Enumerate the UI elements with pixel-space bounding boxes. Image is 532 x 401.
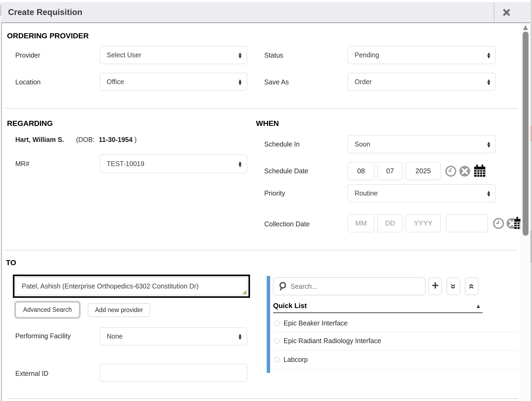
- background-fragment: [530, 230, 532, 263]
- schedule-year-input[interactable]: [406, 162, 441, 180]
- mr-select-value: TEST-10019: [107, 160, 144, 168]
- collection-date-label: Collection Date: [264, 220, 310, 228]
- schedule-day-input[interactable]: [377, 162, 403, 180]
- select-arrows-icon: ▲▼: [239, 161, 241, 167]
- plus-icon: +: [432, 280, 439, 293]
- quick-list-radio[interactable]: [274, 357, 280, 363]
- schedule-month-input[interactable]: [348, 162, 374, 180]
- picker-accent-bar: [267, 276, 270, 373]
- schedule-in-select[interactable]: Soon ▲▼: [348, 135, 496, 153]
- close-icon: [502, 8, 511, 17]
- to-provider-select-highlighted[interactable]: Patel, Ashish (Enterprise Orthopedics-63…: [13, 275, 250, 298]
- collection-year-input[interactable]: [406, 214, 441, 232]
- patient-name: Hart, William S.: [15, 136, 64, 143]
- collection-calendar-icon[interactable]: [514, 216, 520, 230]
- header-separator: [494, 2, 494, 23]
- background-fragment: [530, 126, 532, 141]
- quick-list-heading: Quick List: [273, 302, 307, 310]
- to-provider-value: Patel, Ashish (Enterprise Orthopedics-63…: [22, 282, 199, 290]
- collection-month-input[interactable]: [348, 214, 374, 232]
- mr-label: MR#: [15, 160, 29, 168]
- quick-list-item[interactable]: Labcorp: [284, 356, 308, 363]
- collapse-all-button[interactable]: «: [465, 278, 478, 295]
- quick-list-divider: [273, 312, 482, 313]
- close-button[interactable]: [496, 2, 517, 23]
- list-divider: [273, 332, 517, 332]
- quick-list-item[interactable]: Epic Beaker Interface: [284, 319, 348, 327]
- schedule-date-label: Schedule Date: [264, 167, 308, 175]
- expand-all-button[interactable]: »: [447, 278, 460, 295]
- list-divider: [273, 369, 517, 369]
- save-as-select[interactable]: Order ▲▼: [348, 73, 496, 91]
- double-chevron-up-icon: «: [466, 284, 477, 289]
- location-select-value: Office: [107, 78, 124, 86]
- priority-select-value: Routine: [355, 189, 378, 197]
- patient-dob: 11-30-1954: [99, 136, 133, 143]
- section-heading-regarding: REGARDING: [7, 119, 53, 128]
- external-id-input[interactable]: [100, 364, 247, 382]
- provider-search-box: [273, 278, 425, 295]
- advanced-search-label: Advanced Search: [23, 306, 72, 313]
- provider-select[interactable]: Select User ▲▼: [100, 46, 247, 64]
- schedule-clear-icon[interactable]: [459, 165, 471, 177]
- provider-label: Provider: [15, 51, 40, 59]
- schedule-in-select-value: Soon: [355, 140, 370, 148]
- add-new-provider-label: Add new provider: [95, 306, 143, 314]
- patient-line: Hart, William S. (DOB: 11-30-1954 ): [15, 136, 137, 144]
- provider-select-value: Select User: [107, 51, 141, 59]
- to-provider-select-inner: Patel, Ashish (Enterprise Orthopedics-63…: [16, 277, 247, 295]
- select-arrows-icon: ▲▼: [239, 52, 241, 58]
- page-background-right: [530, 0, 532, 401]
- performing-facility-select-value: None: [107, 332, 123, 340]
- quick-list-collapse-icon[interactable]: ▲: [477, 303, 480, 309]
- select-arrows-icon: ▲▼: [487, 190, 490, 197]
- performing-facility-label: Performing Facility: [15, 330, 77, 342]
- select-arrows-icon: ▲▼: [487, 141, 490, 148]
- select-arrows-icon: ▲▼: [239, 79, 241, 85]
- create-requisition-dialog: Create Requisition ▲ ORDERING PROVIDER P…: [0, 0, 532, 401]
- location-select[interactable]: Office ▲▼: [100, 73, 247, 91]
- section-heading-ordering-provider: ORDERING PROVIDER: [7, 32, 89, 40]
- add-new-provider-button[interactable]: Add new provider: [88, 303, 150, 317]
- performing-facility-select[interactable]: None ▲▼: [100, 327, 247, 345]
- section-divider: [5, 108, 518, 109]
- priority-label: Priority: [264, 189, 285, 197]
- status-select-value: Pending: [355, 51, 379, 59]
- dob-suffix: ): [135, 136, 137, 143]
- priority-select[interactable]: Routine ▲▼: [348, 184, 496, 202]
- collection-now-clock-icon[interactable]: [493, 218, 504, 229]
- provider-search-input[interactable]: [290, 282, 425, 291]
- dob-prefix: (DOB:: [76, 136, 95, 143]
- dialog-title: Create Requisition: [8, 8, 82, 17]
- scrollbar-thumb[interactable]: [523, 32, 529, 236]
- select-arrows-icon: ▲▼: [487, 79, 490, 85]
- quick-list-item[interactable]: Epic Radiant Radiology Interface: [284, 337, 381, 345]
- status-label: Status: [264, 51, 283, 59]
- quick-list-radio[interactable]: [274, 320, 280, 326]
- collection-day-input[interactable]: [377, 214, 403, 232]
- select-arrows-icon: ▲▼: [239, 333, 241, 340]
- save-as-label: Save As: [264, 78, 289, 86]
- collection-time-input[interactable]: [446, 214, 488, 232]
- external-id-label: External ID: [15, 370, 49, 377]
- mr-select[interactable]: TEST-10019 ▲▼: [100, 155, 247, 173]
- add-provider-button[interactable]: +: [429, 278, 442, 295]
- quick-list-radio[interactable]: [274, 338, 280, 344]
- section-divider: [5, 250, 518, 250]
- search-icon: [278, 282, 287, 291]
- schedule-in-label: Schedule In: [264, 140, 300, 148]
- schedule-calendar-icon[interactable]: [473, 164, 486, 178]
- section-heading-to: TO: [6, 258, 16, 267]
- bottom-divider: [8, 398, 518, 399]
- advanced-search-button[interactable]: Advanced Search: [16, 302, 79, 317]
- save-as-select-value: Order: [355, 78, 372, 86]
- status-select[interactable]: Pending ▲▼: [348, 46, 496, 64]
- location-label: Location: [15, 78, 41, 86]
- scrollbar-up-arrow[interactable]: ▲: [521, 23, 530, 31]
- section-heading-when: WHEN: [256, 119, 279, 128]
- double-chevron-down-icon: »: [448, 284, 459, 289]
- schedule-now-clock-icon[interactable]: [445, 165, 457, 177]
- resize-grip-icon: [242, 290, 246, 294]
- list-divider: [273, 350, 517, 350]
- select-arrows-icon: ▲▼: [487, 52, 490, 58]
